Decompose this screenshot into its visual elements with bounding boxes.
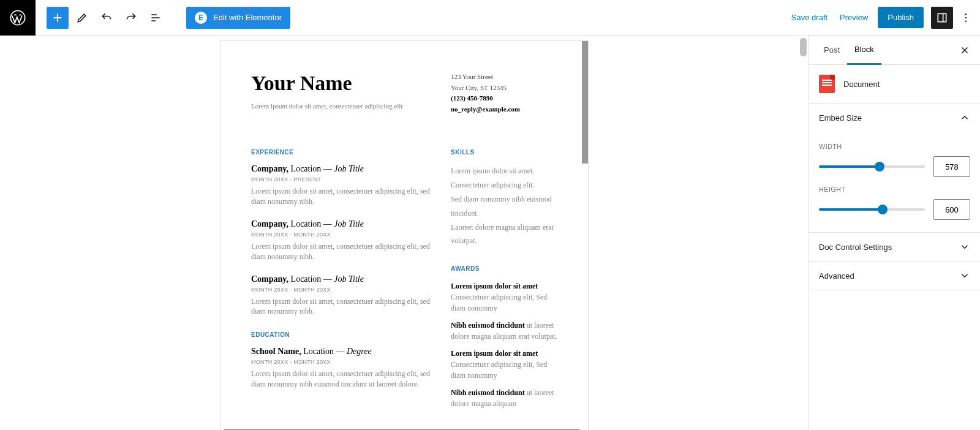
edit-icon[interactable] <box>71 7 93 29</box>
chevron-up-icon <box>959 112 970 123</box>
chevron-down-icon <box>959 241 970 252</box>
undo-button[interactable] <box>96 7 118 29</box>
svg-rect-1 <box>938 13 946 21</box>
job-entry: Company, Location — Job TitleMONTH 20XX … <box>251 274 432 317</box>
width-input[interactable] <box>933 156 970 177</box>
height-label: HEIGHT <box>819 186 970 193</box>
svg-point-4 <box>965 20 967 22</box>
block-type-header: Document <box>809 65 980 104</box>
document-icon <box>819 75 835 93</box>
wordpress-logo[interactable] <box>0 0 36 36</box>
award-item: Lorem ipsum dolor sit amet Consectetuer … <box>451 281 561 314</box>
experience-heading: EXPERIENCE <box>251 149 432 156</box>
doc-control-panel-toggle[interactable]: Doc Control Settings <box>809 233 980 261</box>
settings-sidebar: Post Block Document Embed Size WIDTH <box>809 36 980 430</box>
job-entry: Company, Location — Job TitleMONTH 20XX … <box>251 219 432 262</box>
award-item: Nibh euismod tincidunt ut laoreet dolore… <box>451 320 561 342</box>
education-heading: EDUCATION <box>251 331 432 338</box>
add-block-button[interactable] <box>47 7 69 29</box>
preview-button[interactable]: Preview <box>834 13 874 22</box>
document-embed-block[interactable]: Your Name Lorem ipsum dolor sit amet, co… <box>220 40 589 430</box>
advanced-panel-toggle[interactable]: Advanced <box>809 262 980 290</box>
elementor-icon: E <box>195 12 207 24</box>
resume-name: Your Name <box>251 72 432 95</box>
tab-post[interactable]: Post <box>816 36 847 65</box>
more-options-button[interactable] <box>957 7 975 29</box>
svg-point-3 <box>965 17 967 18</box>
embed-size-panel-toggle[interactable]: Embed Size <box>809 104 980 132</box>
width-label: WIDTH <box>819 143 970 150</box>
elementor-label: Edit with Elementor <box>213 13 282 22</box>
save-draft-button[interactable]: Save draft <box>785 13 834 22</box>
award-item: Lorem ipsum dolor sit amet Consectetuer … <box>451 348 561 381</box>
block-type-name: Document <box>843 80 880 89</box>
document-content: Your Name Lorem ipsum dolor sit amet, co… <box>221 41 588 415</box>
resume-subtitle: Lorem ipsum dolor sit amet, consectetuer… <box>251 102 432 110</box>
chevron-down-icon <box>959 270 970 281</box>
svg-point-2 <box>965 13 967 15</box>
awards-heading: AWARDS <box>451 265 561 272</box>
top-toolbar: E Edit with Elementor Save draft Preview… <box>0 0 980 36</box>
sidebar-scrollbar[interactable] <box>801 38 807 56</box>
close-sidebar-button[interactable] <box>957 42 973 58</box>
publish-button[interactable]: Publish <box>878 7 924 28</box>
redo-button[interactable] <box>120 7 142 29</box>
tab-block[interactable]: Block <box>847 36 881 65</box>
document-outline-button[interactable] <box>145 7 167 29</box>
job-entry: Company, Location — Job TitleMONTH 20XX … <box>251 164 432 207</box>
contact-info: 123 Your Street Your City, ST 12345 (123… <box>451 72 561 115</box>
document-scrollbar[interactable] <box>582 41 588 164</box>
settings-sidebar-toggle[interactable] <box>931 7 953 29</box>
height-input[interactable] <box>933 199 970 220</box>
height-slider[interactable] <box>819 208 925 211</box>
width-slider[interactable] <box>819 165 925 168</box>
edit-with-elementor-button[interactable]: E Edit with Elementor <box>186 7 290 29</box>
skills-heading: SKILLS <box>451 149 561 156</box>
editor-canvas[interactable]: Your Name Lorem ipsum dolor sit amet, co… <box>0 36 809 430</box>
award-item: Nibh euismod tincidunt ut laoreet dolore… <box>451 387 561 409</box>
